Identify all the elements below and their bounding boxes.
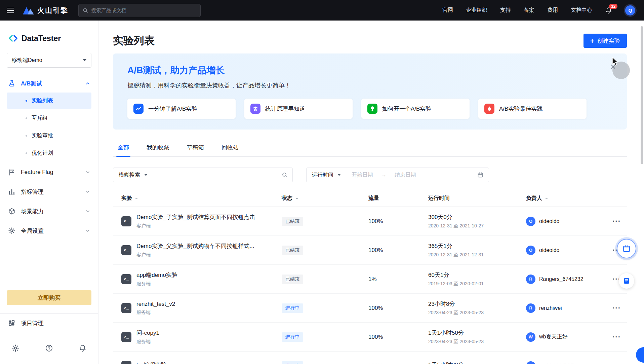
sidebar-subitem[interactable]: 优化计划 — [7, 145, 91, 161]
date-range-picker[interactable]: 开始日期 → 结束日期 — [346, 168, 489, 182]
status-badge: 进行中 — [282, 303, 303, 313]
sidebar-subitem[interactable]: 实验列表 — [7, 93, 91, 109]
calendar-icon — [622, 245, 631, 253]
column-header-experiment[interactable]: 实验 — [113, 195, 282, 202]
flask-icon — [8, 80, 15, 87]
search-type-value: 模糊搜索 — [119, 172, 140, 179]
user-avatar[interactable]: Q — [625, 5, 635, 15]
sidebar-item-global-settings[interactable]: 全局设置 — [0, 221, 98, 241]
settings-button[interactable] — [11, 344, 19, 352]
tab[interactable]: 我的收藏 — [145, 143, 171, 156]
runtime-date-range: 2020-12-31 至 2021-12-31 — [428, 252, 526, 258]
row-actions-button[interactable]: ··· — [610, 362, 627, 364]
sidebar-item-label: 场景能力 — [21, 208, 44, 215]
banner-cards: 一分钟了解A/B实验 统计原理早知道 如何开一个A/B实验 A/B实验最佳实践 — [127, 99, 627, 119]
sidebar-item-scenes[interactable]: 场景能力 — [0, 202, 98, 221]
top-navbar: 火山引擎 官网 企业组织 支持 备案 费用 文档中心 32 Q — [0, 0, 644, 21]
status-badge: 已结束 — [282, 246, 303, 255]
column-header-status[interactable]: 状态 — [282, 195, 364, 202]
menu-toggle-icon[interactable] — [7, 8, 14, 13]
topnav-link[interactable]: 企业组织 — [466, 7, 487, 14]
sidebar-item-ab-test[interactable]: A/B测试 — [0, 74, 98, 93]
runtime-date-range: 2019-12-03 至 2020-02-01 — [428, 281, 526, 287]
owner-name: wb夏天正好 — [539, 333, 567, 340]
experiment-name[interactable]: renzhit_test_v2 — [136, 301, 175, 307]
sidebar-subitem[interactable]: 实验审批 — [7, 128, 91, 144]
topnav-link[interactable]: 支持 — [500, 7, 511, 14]
more-dots-icon: ··· — [612, 362, 621, 364]
search-type-dropdown[interactable]: 模糊搜索 — [113, 168, 153, 182]
topnav-link[interactable]: 官网 — [442, 7, 453, 14]
sidebar-item-metrics[interactable]: 指标管理 — [0, 182, 98, 202]
floating-calendar-button[interactable] — [617, 239, 636, 258]
column-header-owner[interactable]: 负责人 — [526, 195, 610, 202]
experiment-type-icon: >_ — [121, 332, 131, 342]
more-dots-icon: ··· — [612, 304, 621, 312]
global-search[interactable] — [78, 4, 201, 17]
bullet-icon — [26, 117, 27, 119]
experiment-name[interactable]: Demo实验_父实验_测试购物车不同按钮样式... — [136, 242, 254, 250]
topnav-link[interactable]: 文档中心 — [571, 7, 592, 14]
experiment-name[interactable]: 问-copy1 — [136, 329, 159, 337]
experiment-row[interactable]: >_ Demo实验_父实验_测试购物车不同按钮样式... 客户端 已结束 100… — [113, 236, 627, 265]
experiment-row[interactable]: >_ renzhit_test_v2 服务端 进行中 100% 23小时8分 2… — [113, 294, 627, 323]
sidebar-item-feature-flag[interactable]: Feature Flag — [0, 162, 98, 182]
bullet-icon — [26, 100, 27, 102]
create-experiment-label: 创建实验 — [597, 37, 620, 45]
experiment-platform: 客户端 — [136, 252, 254, 258]
promo-banner: A/B测试，助力产品增长 摆脱猜测，用科学的实验衡量决策收益，让产品增长更简单！… — [113, 53, 627, 130]
bell-icon — [79, 344, 87, 352]
sidebar-item-project-management[interactable]: 项目管理 — [0, 314, 98, 332]
notifications-button[interactable]: 32 — [605, 7, 612, 14]
experiment-search-box[interactable] — [153, 168, 292, 182]
banner-card-best-practice[interactable]: A/B实验最佳实践 — [478, 99, 587, 119]
experiment-row[interactable]: >_ tyz编程实验 进行中 100% 1天5小时33分 P pmMqhbbEQ — [113, 352, 627, 364]
global-search-input[interactable] — [91, 7, 196, 13]
experiment-name[interactable]: tyz编程实验 — [136, 361, 167, 364]
topnav-link[interactable]: 费用 — [547, 7, 558, 14]
runtime-duration: 300天0分 — [428, 213, 526, 221]
mouse-cursor — [611, 57, 619, 67]
tab[interactable]: 草稿箱 — [186, 143, 205, 156]
topnav-link[interactable]: 备案 — [524, 7, 534, 14]
row-actions-button[interactable]: ··· — [610, 333, 627, 341]
experiment-row[interactable]: >_ 问-copy1 服务端 进行中 100% 1天1小时50分 2023-04… — [113, 323, 627, 352]
row-actions-button[interactable]: ··· — [610, 218, 627, 225]
chevron-down-icon — [85, 189, 90, 194]
owner-avatar: W — [526, 332, 535, 342]
brand-logo[interactable]: 火山引擎 — [22, 6, 68, 15]
owner-avatar: R — [526, 275, 535, 284]
project-selector[interactable]: 移动端Demo — [7, 53, 91, 68]
banner-card-intro[interactable]: 一分钟了解A/B实验 — [127, 99, 236, 119]
scrollbar-thumb[interactable] — [641, 26, 643, 164]
row-actions-button[interactable]: ··· — [610, 304, 627, 312]
experiment-name[interactable]: Demo实验_子实验_测试结算页面不同按钮点击 — [136, 213, 255, 221]
sort-caret-icon — [134, 196, 138, 201]
floating-docs-button[interactable] — [619, 273, 634, 289]
banner-card-how-to[interactable]: 如何开一个A/B实验 — [361, 99, 470, 119]
experiment-search-input[interactable] — [158, 172, 279, 178]
product-logo[interactable]: DataTester — [0, 21, 98, 50]
runtime-duration: 23小时8分 — [428, 300, 526, 308]
banner-card-statistics[interactable]: 统计原理早知道 — [244, 99, 353, 119]
experiment-row[interactable]: >_ Demo实验_子实验_测试结算页面不同按钮点击 客户端 已结束 100% … — [113, 207, 627, 236]
experiment-platform: 服务端 — [136, 281, 177, 287]
banner-subtitle: 摆脱猜测，用科学的实验衡量决策收益，让产品增长更简单！ — [127, 81, 627, 89]
sidebar-subitem[interactable]: 互斥组 — [7, 110, 91, 126]
create-experiment-button[interactable]: + 创建实验 — [583, 34, 627, 48]
buy-now-button[interactable]: 立即购买 — [7, 290, 91, 305]
owner-avatar: O — [526, 246, 535, 255]
traffic-value: 100% — [364, 247, 428, 254]
help-button[interactable] — [45, 344, 53, 352]
owner-name: oideoido — [539, 247, 560, 253]
line-chart-icon — [133, 104, 144, 114]
plus-icon: + — [590, 37, 594, 44]
owner-name: renzhiwei — [539, 305, 562, 311]
experiment-platform: 客户端 — [136, 223, 255, 229]
experiment-name[interactable]: app端demo实验 — [136, 271, 177, 279]
alerts-button[interactable] — [79, 344, 87, 352]
experiment-row[interactable]: >_ app端demo实验 服务端 已结束 1% 60天1分 2019-12-0… — [113, 265, 627, 294]
runtime-dropdown[interactable]: 运行时间 — [307, 168, 346, 182]
tab[interactable]: 回收站 — [220, 143, 240, 156]
tab[interactable]: 全部 — [116, 143, 130, 156]
